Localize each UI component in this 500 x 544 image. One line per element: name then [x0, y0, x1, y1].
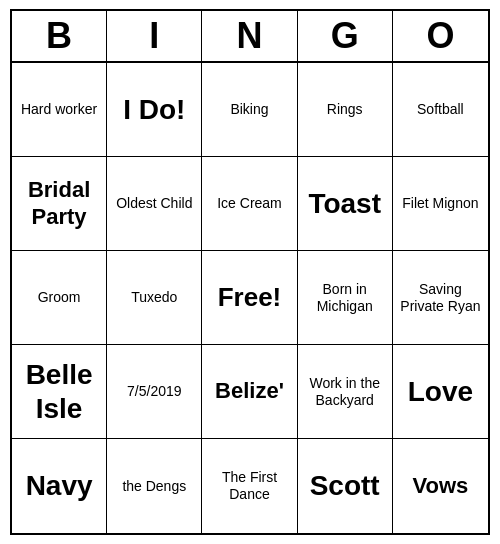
- bingo-card: BINGO Hard workerI Do!BikingRingsSoftbal…: [10, 9, 490, 535]
- bingo-grid: Hard workerI Do!BikingRingsSoftballBrida…: [12, 63, 488, 533]
- bingo-cell: Belle Isle: [12, 345, 107, 439]
- bingo-cell: the Dengs: [107, 439, 202, 533]
- bingo-cell: Vows: [393, 439, 488, 533]
- bingo-cell: Biking: [202, 63, 297, 157]
- bingo-cell: Work in the Backyard: [298, 345, 393, 439]
- bingo-cell: Softball: [393, 63, 488, 157]
- bingo-cell: Tuxedo: [107, 251, 202, 345]
- bingo-header: BINGO: [12, 11, 488, 63]
- bingo-cell: Oldest Child: [107, 157, 202, 251]
- header-letter: O: [393, 11, 488, 61]
- header-letter: I: [107, 11, 202, 61]
- header-letter: B: [12, 11, 107, 61]
- bingo-cell: Navy: [12, 439, 107, 533]
- bingo-cell: Love: [393, 345, 488, 439]
- bingo-cell: Ice Cream: [202, 157, 297, 251]
- bingo-cell: 7/5/2019: [107, 345, 202, 439]
- bingo-cell: I Do!: [107, 63, 202, 157]
- bingo-cell: Saving Private Ryan: [393, 251, 488, 345]
- bingo-cell: Rings: [298, 63, 393, 157]
- bingo-cell: Free!: [202, 251, 297, 345]
- header-letter: N: [202, 11, 297, 61]
- bingo-cell: Groom: [12, 251, 107, 345]
- bingo-cell: Scott: [298, 439, 393, 533]
- bingo-cell: Hard worker: [12, 63, 107, 157]
- bingo-cell: Filet Mignon: [393, 157, 488, 251]
- header-letter: G: [298, 11, 393, 61]
- bingo-cell: Born in Michigan: [298, 251, 393, 345]
- bingo-cell: Belize': [202, 345, 297, 439]
- bingo-cell: Toast: [298, 157, 393, 251]
- bingo-cell: Bridal Party: [12, 157, 107, 251]
- bingo-cell: The First Dance: [202, 439, 297, 533]
